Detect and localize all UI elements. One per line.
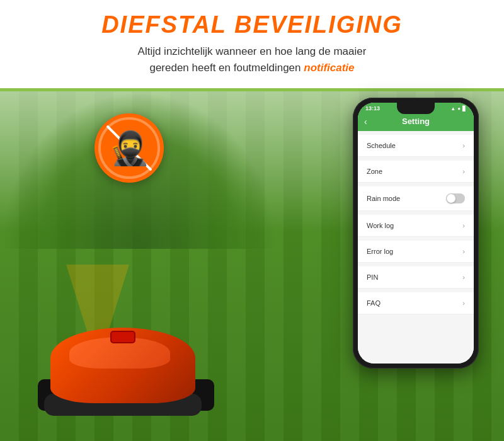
rainmode-toggle[interactable]	[446, 193, 465, 203]
menu-item-zone[interactable]: Zone ›	[358, 161, 474, 183]
status-icons: ▲ ● ▊	[450, 106, 466, 112]
schedule-label: Schedule	[367, 142, 396, 149]
subtitle-line2: gereden heeft en foutmeldingen	[149, 62, 301, 74]
zone-chevron-icon: ›	[462, 168, 465, 175]
battery-icon: ▊	[462, 106, 466, 112]
menu-item-errorlog[interactable]: Error log ›	[358, 241, 474, 263]
menu-item-rainmode[interactable]: Rain mode	[358, 186, 474, 211]
wifi-icon: ▲	[450, 106, 455, 112]
theft-icon: 🥷	[94, 113, 164, 183]
menu-item-schedule[interactable]: Schedule ›	[358, 135, 474, 157]
robot-mower	[38, 290, 214, 416]
app-header: ‹ Setting	[358, 113, 474, 131]
mower-body	[50, 328, 195, 403]
worklog-label: Work log	[367, 222, 394, 229]
worklog-chevron-icon: ›	[462, 222, 465, 229]
menu-item-pin[interactable]: PIN ›	[358, 266, 474, 289]
faq-label: FAQ	[367, 299, 381, 307]
subtitle: Altijd inzichtelijk wanneer en hoe lang …	[0, 43, 504, 76]
main-title: DIEFSTAL BEVEILIGING	[0, 11, 504, 38]
errorlog-chevron-icon: ›	[462, 248, 465, 255]
back-button[interactable]: ‹	[364, 117, 367, 127]
schedule-chevron-icon: ›	[462, 142, 465, 149]
top-section: DIEFSTAL BEVEILIGING Altijd inzichtelijk…	[0, 0, 504, 76]
errorlog-label: Error log	[367, 248, 393, 255]
thief-figure: 🥷	[109, 129, 150, 168]
mower-top-button	[110, 331, 135, 343]
toggle-thumb	[447, 194, 455, 203]
pin-label: PIN	[367, 273, 378, 281]
signal-icon: ●	[457, 106, 461, 112]
rainmode-label: Rain mode	[367, 195, 400, 202]
subtitle-line1: Altijd inzichtelijk wanneer en hoe lang …	[138, 45, 367, 57]
status-time: 13:13	[365, 105, 380, 112]
zone-label: Zone	[367, 168, 382, 175]
theft-circle: 🥷	[94, 113, 164, 183]
phone-outer: 13:13 ▲ ● ▊ ‹ Setting Schedule ›	[353, 98, 479, 369]
menu-item-faq[interactable]: FAQ ›	[358, 292, 474, 314]
app-title: Setting	[402, 117, 430, 126]
phone-screen: 13:13 ▲ ● ▊ ‹ Setting Schedule ›	[358, 103, 474, 364]
menu-item-worklog[interactable]: Work log ›	[358, 215, 474, 237]
pin-chevron-icon: ›	[462, 273, 465, 281]
menu-list: Schedule › Zone › Rain mode	[358, 131, 474, 364]
subtitle-highlight: notificatie	[304, 62, 354, 74]
phone-mockup: 13:13 ▲ ● ▊ ‹ Setting Schedule ›	[353, 98, 479, 369]
phone-notch	[397, 103, 435, 114]
faq-chevron-icon: ›	[462, 299, 465, 307]
